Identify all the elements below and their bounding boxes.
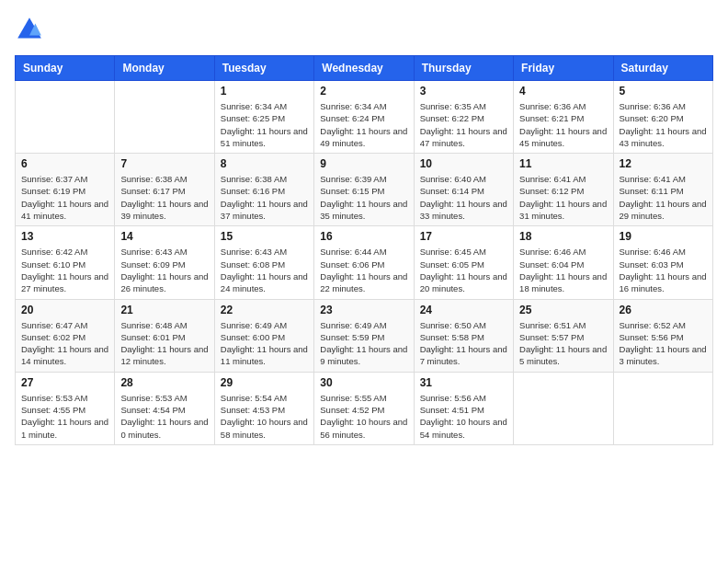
day-info: Sunrise: 6:43 AM Sunset: 6:08 PM Dayligh… xyxy=(221,246,308,294)
day-number: 28 xyxy=(120,376,208,389)
day-info: Sunrise: 6:49 AM Sunset: 5:59 PM Dayligh… xyxy=(320,319,407,368)
day-info: Sunrise: 6:51 AM Sunset: 5:57 PM Dayligh… xyxy=(519,319,607,368)
day-info: Sunrise: 6:44 AM Sunset: 6:06 PM Dayligh… xyxy=(320,246,407,294)
day-info: Sunrise: 6:43 AM Sunset: 6:09 PM Dayligh… xyxy=(120,246,208,294)
calendar-cell: 24Sunrise: 6:50 AM Sunset: 5:58 PM Dayli… xyxy=(414,299,513,372)
day-number: 29 xyxy=(221,376,308,389)
calendar-cell: 22Sunrise: 6:49 AM Sunset: 6:00 PM Dayli… xyxy=(214,299,313,372)
day-info: Sunrise: 6:46 AM Sunset: 6:03 PM Dayligh… xyxy=(620,246,707,294)
day-info: Sunrise: 6:35 AM Sunset: 6:22 PM Dayligh… xyxy=(420,100,507,149)
day-info: Sunrise: 6:50 AM Sunset: 5:58 PM Dayligh… xyxy=(420,319,507,368)
day-number: 20 xyxy=(21,304,108,316)
day-info: Sunrise: 6:40 AM Sunset: 6:14 PM Dayligh… xyxy=(420,173,507,222)
calendar-cell: 15Sunrise: 6:43 AM Sunset: 6:08 PM Dayli… xyxy=(214,226,313,299)
day-number: 16 xyxy=(320,230,407,243)
day-info: Sunrise: 5:55 AM Sunset: 4:52 PM Dayligh… xyxy=(320,392,407,441)
day-number: 1 xyxy=(221,85,308,98)
day-info: Sunrise: 6:41 AM Sunset: 6:11 PM Dayligh… xyxy=(620,173,707,222)
day-info: Sunrise: 6:41 AM Sunset: 6:12 PM Dayligh… xyxy=(519,173,607,222)
day-number: 11 xyxy=(519,157,607,170)
day-info: Sunrise: 6:38 AM Sunset: 6:17 PM Dayligh… xyxy=(120,173,208,222)
day-number: 6 xyxy=(21,157,108,170)
day-number: 23 xyxy=(320,304,407,316)
calendar-cell: 9Sunrise: 6:39 AM Sunset: 6:15 PM Daylig… xyxy=(314,154,414,226)
calendar-cell: 8Sunrise: 6:38 AM Sunset: 6:16 PM Daylig… xyxy=(214,154,313,226)
day-number: 27 xyxy=(21,376,108,389)
calendar-week-row: 27Sunrise: 5:53 AM Sunset: 4:55 PM Dayli… xyxy=(16,372,713,444)
day-of-week-header: Tuesday xyxy=(214,56,313,81)
calendar-cell: 6Sunrise: 6:37 AM Sunset: 6:19 PM Daylig… xyxy=(16,154,115,226)
calendar-cell: 27Sunrise: 5:53 AM Sunset: 4:55 PM Dayli… xyxy=(16,372,115,444)
page-header xyxy=(15,15,713,44)
day-number: 12 xyxy=(620,157,707,170)
day-info: Sunrise: 6:36 AM Sunset: 6:21 PM Dayligh… xyxy=(519,100,607,149)
calendar-cell: 31Sunrise: 5:56 AM Sunset: 4:51 PM Dayli… xyxy=(414,372,513,444)
calendar-cell: 26Sunrise: 6:52 AM Sunset: 5:56 PM Dayli… xyxy=(613,299,712,372)
day-number: 10 xyxy=(420,157,507,170)
day-info: Sunrise: 6:39 AM Sunset: 6:15 PM Dayligh… xyxy=(320,173,407,222)
calendar-header-row: SundayMondayTuesdayWednesdayThursdayFrid… xyxy=(16,56,713,81)
calendar-cell: 29Sunrise: 5:54 AM Sunset: 4:53 PM Dayli… xyxy=(214,372,313,444)
calendar-week-row: 6Sunrise: 6:37 AM Sunset: 6:19 PM Daylig… xyxy=(16,154,713,226)
day-number: 22 xyxy=(221,304,308,316)
day-number: 4 xyxy=(519,85,607,98)
day-info: Sunrise: 6:47 AM Sunset: 6:02 PM Dayligh… xyxy=(21,319,108,368)
calendar-cell: 17Sunrise: 6:45 AM Sunset: 6:05 PM Dayli… xyxy=(414,226,513,299)
calendar-week-row: 1Sunrise: 6:34 AM Sunset: 6:25 PM Daylig… xyxy=(16,81,713,154)
calendar-cell: 1Sunrise: 6:34 AM Sunset: 6:25 PM Daylig… xyxy=(214,81,313,154)
day-number: 2 xyxy=(320,85,407,98)
day-info: Sunrise: 6:34 AM Sunset: 6:25 PM Dayligh… xyxy=(221,100,308,149)
day-info: Sunrise: 6:38 AM Sunset: 6:16 PM Dayligh… xyxy=(221,173,308,222)
logo-icon xyxy=(15,15,44,44)
calendar-cell xyxy=(16,81,115,154)
calendar-cell: 18Sunrise: 6:46 AM Sunset: 6:04 PM Dayli… xyxy=(514,226,613,299)
calendar-cell: 28Sunrise: 5:53 AM Sunset: 4:54 PM Dayli… xyxy=(115,372,214,444)
day-number: 3 xyxy=(420,85,507,98)
day-number: 24 xyxy=(420,304,507,316)
day-info: Sunrise: 6:52 AM Sunset: 5:56 PM Dayligh… xyxy=(620,319,707,368)
day-of-week-header: Friday xyxy=(514,56,613,81)
day-info: Sunrise: 6:42 AM Sunset: 6:10 PM Dayligh… xyxy=(21,246,108,294)
day-info: Sunrise: 6:48 AM Sunset: 6:01 PM Dayligh… xyxy=(120,319,208,368)
day-info: Sunrise: 6:45 AM Sunset: 6:05 PM Dayligh… xyxy=(420,246,507,294)
day-number: 14 xyxy=(120,230,208,243)
day-info: Sunrise: 5:53 AM Sunset: 4:55 PM Dayligh… xyxy=(21,392,108,441)
day-info: Sunrise: 6:34 AM Sunset: 6:24 PM Dayligh… xyxy=(320,100,407,149)
day-number: 17 xyxy=(420,230,507,243)
calendar-cell: 21Sunrise: 6:48 AM Sunset: 6:01 PM Dayli… xyxy=(115,299,214,372)
day-number: 25 xyxy=(519,304,607,316)
calendar-cell: 5Sunrise: 6:36 AM Sunset: 6:20 PM Daylig… xyxy=(613,81,712,154)
day-info: Sunrise: 5:54 AM Sunset: 4:53 PM Dayligh… xyxy=(221,392,308,441)
logo xyxy=(15,15,48,44)
calendar-week-row: 20Sunrise: 6:47 AM Sunset: 6:02 PM Dayli… xyxy=(16,299,713,372)
day-of-week-header: Sunday xyxy=(16,56,115,81)
day-number: 9 xyxy=(320,157,407,170)
day-number: 13 xyxy=(21,230,108,243)
calendar-cell xyxy=(613,372,712,444)
calendar-cell: 11Sunrise: 6:41 AM Sunset: 6:12 PM Dayli… xyxy=(514,154,613,226)
calendar-cell: 4Sunrise: 6:36 AM Sunset: 6:21 PM Daylig… xyxy=(514,81,613,154)
day-info: Sunrise: 6:36 AM Sunset: 6:20 PM Dayligh… xyxy=(620,100,707,149)
day-info: Sunrise: 5:56 AM Sunset: 4:51 PM Dayligh… xyxy=(420,392,507,441)
calendar-cell: 10Sunrise: 6:40 AM Sunset: 6:14 PM Dayli… xyxy=(414,154,513,226)
day-number: 31 xyxy=(420,376,507,389)
day-info: Sunrise: 6:37 AM Sunset: 6:19 PM Dayligh… xyxy=(21,173,108,222)
calendar-cell: 20Sunrise: 6:47 AM Sunset: 6:02 PM Dayli… xyxy=(16,299,115,372)
calendar-cell: 2Sunrise: 6:34 AM Sunset: 6:24 PM Daylig… xyxy=(314,81,414,154)
calendar-cell xyxy=(514,372,613,444)
calendar-cell xyxy=(115,81,214,154)
day-number: 18 xyxy=(519,230,607,243)
day-number: 8 xyxy=(221,157,308,170)
day-number: 30 xyxy=(320,376,407,389)
calendar-cell: 23Sunrise: 6:49 AM Sunset: 5:59 PM Dayli… xyxy=(314,299,414,372)
calendar-cell: 12Sunrise: 6:41 AM Sunset: 6:11 PM Dayli… xyxy=(613,154,712,226)
day-info: Sunrise: 6:46 AM Sunset: 6:04 PM Dayligh… xyxy=(519,246,607,294)
day-number: 15 xyxy=(221,230,308,243)
calendar-table: SundayMondayTuesdayWednesdayThursdayFrid… xyxy=(15,55,713,445)
calendar-cell: 16Sunrise: 6:44 AM Sunset: 6:06 PM Dayli… xyxy=(314,226,414,299)
calendar-cell: 25Sunrise: 6:51 AM Sunset: 5:57 PM Dayli… xyxy=(514,299,613,372)
day-number: 7 xyxy=(120,157,208,170)
calendar-cell: 19Sunrise: 6:46 AM Sunset: 6:03 PM Dayli… xyxy=(613,226,712,299)
day-info: Sunrise: 6:49 AM Sunset: 6:00 PM Dayligh… xyxy=(221,319,308,368)
calendar-cell: 7Sunrise: 6:38 AM Sunset: 6:17 PM Daylig… xyxy=(115,154,214,226)
